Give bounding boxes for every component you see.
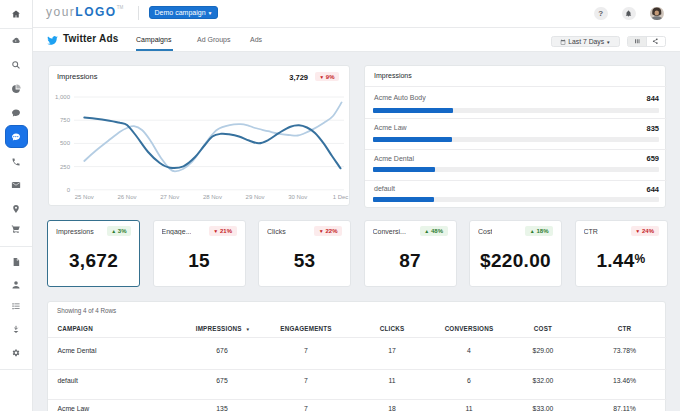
svg-text:0: 0: [67, 187, 71, 193]
svg-text:29 Nov: 29 Nov: [246, 194, 265, 200]
svg-text:1 Dec: 1 Dec: [333, 194, 349, 200]
svg-text:500: 500: [60, 140, 71, 146]
svg-text:26 Nov: 26 Nov: [117, 194, 136, 200]
svg-text:28 Nov: 28 Nov: [203, 194, 222, 200]
svg-text:30 Nov: 30 Nov: [288, 194, 307, 200]
svg-text:1,000: 1,000: [55, 94, 71, 100]
svg-text:250: 250: [60, 164, 71, 170]
svg-text:750: 750: [60, 117, 71, 123]
svg-text:25 Nov: 25 Nov: [75, 194, 94, 200]
svg-text:27 Nov: 27 Nov: [160, 194, 179, 200]
